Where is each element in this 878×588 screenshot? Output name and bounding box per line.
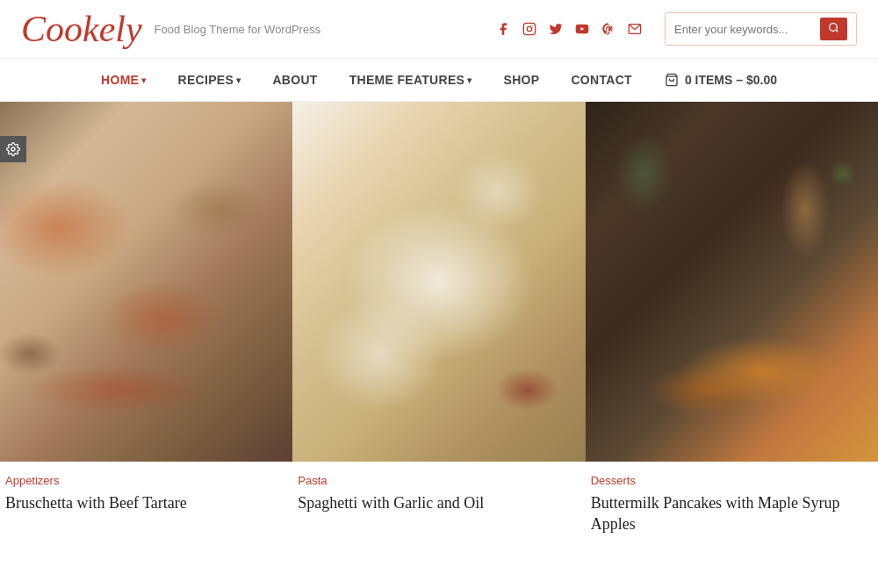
card-bruschetta[interactable]: Appetizers Bruschetta with Beef Tartare	[0, 102, 292, 544]
chevron-down-icon: ▾	[467, 75, 471, 85]
logo[interactable]: Cookely	[21, 11, 142, 47]
pinterest-icon[interactable]	[600, 20, 617, 38]
svg-rect-0	[523, 23, 535, 34]
logo-tagline: Food Blog Theme for WordPress	[155, 23, 321, 36]
header-right	[494, 12, 857, 46]
search-button[interactable]	[820, 18, 847, 40]
logo-text: Cookely	[21, 11, 142, 47]
nav-item-shop[interactable]: SHOP	[488, 59, 556, 101]
nav-cart[interactable]: 0 ITEMS – $0.00	[648, 59, 793, 101]
nav-item-theme-features[interactable]: THEME FEATURES ▾	[334, 59, 488, 101]
site-header: Cookely Food Blog Theme for WordPress	[0, 0, 878, 59]
card-pancakes[interactable]: Desserts Buttermilk Pancakes with Maple …	[586, 102, 878, 544]
svg-point-1	[527, 26, 531, 31]
chevron-down-icon: ▾	[236, 75, 241, 85]
card-category-pancakes[interactable]: Desserts	[591, 474, 873, 487]
search-input[interactable]	[674, 23, 815, 36]
cart-icon	[664, 73, 680, 87]
youtube-icon[interactable]	[573, 20, 591, 38]
card-category-bruschetta[interactable]: Appetizers	[5, 474, 287, 487]
twitter-icon[interactable]	[547, 20, 565, 38]
card-body-pancakes: Desserts Buttermilk Pancakes with Maple …	[586, 462, 878, 544]
card-body-spaghetti: Pasta Spaghetti with Garlic and Oil	[292, 462, 585, 522]
nav-item-home[interactable]: HOME ▾	[85, 59, 162, 101]
facebook-icon[interactable]	[494, 20, 512, 38]
card-body-bruschetta: Appetizers Bruschetta with Beef Tartare	[0, 462, 292, 522]
cart-label: 0 ITEMS – $0.00	[685, 73, 777, 87]
main-nav: HOME ▾ RECIPES ▾ ABOUT THEME FEATURES ▾ …	[0, 59, 878, 102]
svg-point-8	[11, 147, 15, 151]
card-title-spaghetti[interactable]: Spaghetti with Garlic and Oil	[298, 492, 579, 513]
svg-point-2	[532, 25, 533, 26]
gear-button[interactable]	[0, 136, 26, 162]
social-icons	[494, 20, 644, 38]
card-image-spaghetti	[292, 102, 585, 462]
instagram-icon[interactable]	[521, 20, 538, 38]
svg-point-5	[830, 24, 838, 32]
nav-item-recipes[interactable]: RECIPES ▾	[162, 59, 257, 101]
search-bar	[665, 12, 857, 46]
card-title-pancakes[interactable]: Buttermilk Pancakes with Maple Syrup App…	[591, 492, 873, 535]
logo-area: Cookely Food Blog Theme for WordPress	[21, 11, 320, 47]
card-title-bruschetta[interactable]: Bruschetta with Beef Tartare	[5, 492, 287, 513]
card-image-pancakes	[586, 102, 878, 462]
nav-item-about[interactable]: ABOUT	[256, 59, 333, 101]
email-icon[interactable]	[626, 20, 644, 38]
chevron-down-icon: ▾	[141, 75, 146, 85]
card-image-bruschetta	[0, 102, 292, 462]
card-category-spaghetti[interactable]: Pasta	[298, 474, 579, 487]
nav-item-contact[interactable]: CONTACT	[555, 59, 648, 101]
svg-line-6	[836, 30, 838, 32]
content-grid: Appetizers Bruschetta with Beef Tartare …	[0, 102, 878, 544]
card-spaghetti[interactable]: Pasta Spaghetti with Garlic and Oil	[292, 102, 585, 544]
